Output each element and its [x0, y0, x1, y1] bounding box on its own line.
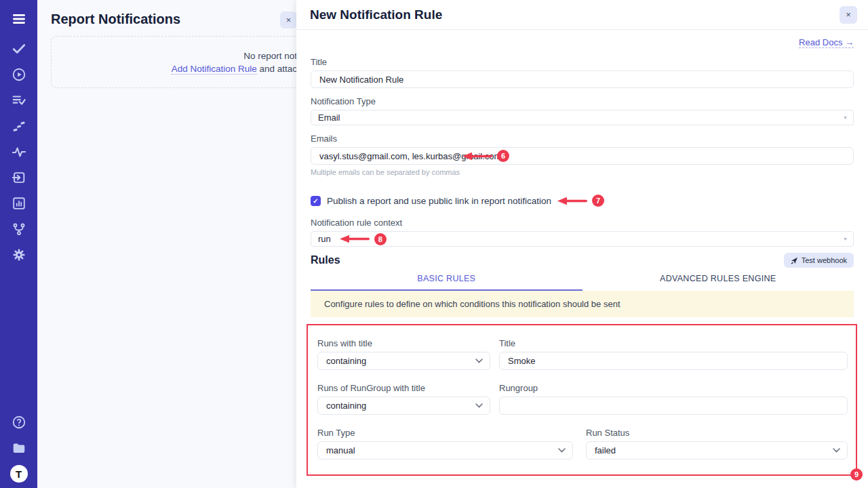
context-label: Notification rule context: [311, 218, 854, 228]
publish-checkbox[interactable]: [311, 196, 321, 206]
help-button[interactable]: [10, 414, 28, 430]
run-type-label: Run Type: [317, 428, 573, 438]
enter-icon: [12, 170, 26, 185]
branch-icon: [12, 222, 26, 237]
sidebar-item-steps[interactable]: [10, 118, 28, 134]
sidebar-item-branches[interactable]: [10, 221, 28, 237]
emails-input[interactable]: [311, 147, 854, 165]
run-status-select[interactable]: failed: [586, 441, 848, 460]
notification-type-select[interactable]: Email: [311, 110, 854, 125]
test-webhook-button[interactable]: Test webhook: [784, 253, 854, 268]
panel-title: New Notification Rule: [310, 7, 442, 22]
run-status-value: failed: [595, 445, 616, 455]
annotation-arrow-7: [557, 197, 587, 205]
logo-icon: T: [10, 465, 28, 483]
chevron-down-icon: [475, 359, 483, 363]
annotation-badge-6: 6: [497, 150, 509, 162]
chevron-down-icon: [475, 403, 483, 408]
runs-with-title-label: Runs with title: [317, 338, 490, 348]
panel-header: New Notification Rule ×: [296, 0, 868, 30]
annotation-badge-7: 7: [592, 195, 604, 207]
chevron-down-icon: [558, 448, 566, 453]
title-label: Title: [311, 57, 854, 67]
sidebar: T: [0, 0, 37, 488]
context-value: run: [318, 234, 331, 244]
notification-type-label: Notification Type: [311, 96, 854, 106]
check-icon: [12, 41, 26, 56]
sidebar-item-reports[interactable]: [10, 195, 28, 211]
menu-button[interactable]: [10, 11, 28, 27]
left-panel-close-button[interactable]: ×: [280, 12, 297, 28]
annotation-arrow-8: [340, 235, 370, 243]
annotation-badge-9: 9: [850, 468, 863, 481]
help-icon: [12, 415, 26, 430]
annotation-arrow-6: [462, 152, 492, 161]
add-notification-rule-link[interactable]: Add Notification Rule: [172, 64, 257, 75]
read-docs-link[interactable]: Read Docs →: [799, 37, 854, 48]
close-icon: ×: [286, 15, 292, 25]
rule-title-input[interactable]: [499, 352, 848, 370]
runs-of-rungroup-label: Runs of RunGroup with title: [317, 383, 490, 393]
title-input[interactable]: [311, 70, 854, 88]
logo-button[interactable]: T: [10, 466, 28, 482]
new-notification-rule-panel: New Notification Rule × Read Docs → Titl…: [296, 0, 868, 488]
sidebar-item-import[interactable]: [10, 169, 28, 186]
panel-close-button[interactable]: ×: [840, 6, 857, 24]
bar-chart-icon: [12, 196, 26, 211]
folder-icon: [12, 441, 26, 455]
projects-button[interactable]: [10, 440, 28, 456]
steps-icon: [12, 119, 26, 134]
activity-icon: [12, 144, 26, 159]
runs-of-rungroup-value: containing: [326, 401, 366, 411]
rules-heading: Rules: [311, 254, 340, 266]
empty-state-suffix: and attac: [257, 64, 297, 74]
rungroup-label: Rungroup: [499, 383, 848, 393]
list-check-icon: [12, 93, 26, 108]
runs-with-title-select[interactable]: containing: [317, 352, 490, 370]
sidebar-item-analytics[interactable]: [10, 144, 28, 160]
sidebar-item-check[interactable]: [10, 41, 28, 57]
tab-advanced-rules-engine[interactable]: ADVANCED RULES ENGINE: [583, 274, 854, 291]
rules-info-banner: Configure rules to define on which condi…: [311, 291, 854, 317]
run-type-select[interactable]: manual: [317, 441, 573, 460]
runs-with-title-value: containing: [326, 356, 366, 366]
notification-type-value: Email: [318, 113, 340, 123]
menu-icon: [11, 11, 27, 27]
empty-state-line1: No report not: [243, 51, 297, 61]
chevron-down-icon: [833, 448, 840, 453]
sidebar-item-runs[interactable]: [10, 66, 28, 83]
rules-tabs: BASIC RULES ADVANCED RULES ENGINE: [311, 274, 854, 291]
runs-of-rungroup-select[interactable]: containing: [317, 396, 490, 415]
sidebar-item-results[interactable]: [10, 92, 28, 108]
context-select[interactable]: run 8: [311, 231, 854, 247]
empty-state-text: No report not Add Notification Rule and …: [52, 49, 297, 75]
emails-helper-text: Multiple emails can be separated by comm…: [311, 168, 854, 176]
rungroup-input[interactable]: [499, 396, 848, 415]
annotation-7: 7: [557, 195, 604, 207]
annotation-8: 8: [340, 233, 387, 245]
rocket-icon: [791, 257, 798, 264]
rule-title-label: Title: [499, 338, 848, 348]
annotation-badge-8: 8: [374, 233, 387, 245]
basic-rules-box: Runs with title containing Title Runs of…: [307, 324, 857, 476]
publish-checkbox-label: Publish a report and use public link in …: [327, 196, 551, 206]
run-status-label: Run Status: [586, 428, 848, 438]
sidebar-item-settings[interactable]: [10, 247, 28, 263]
gear-icon: [12, 247, 26, 262]
tab-basic-rules[interactable]: BASIC RULES: [311, 274, 583, 291]
play-circle-icon: [12, 67, 26, 82]
close-icon: ×: [846, 9, 851, 20]
emails-label: Emails: [311, 134, 854, 144]
test-webhook-label: Test webhook: [802, 256, 847, 264]
run-type-value: manual: [326, 445, 355, 455]
annotation-6: 6: [462, 147, 509, 165]
